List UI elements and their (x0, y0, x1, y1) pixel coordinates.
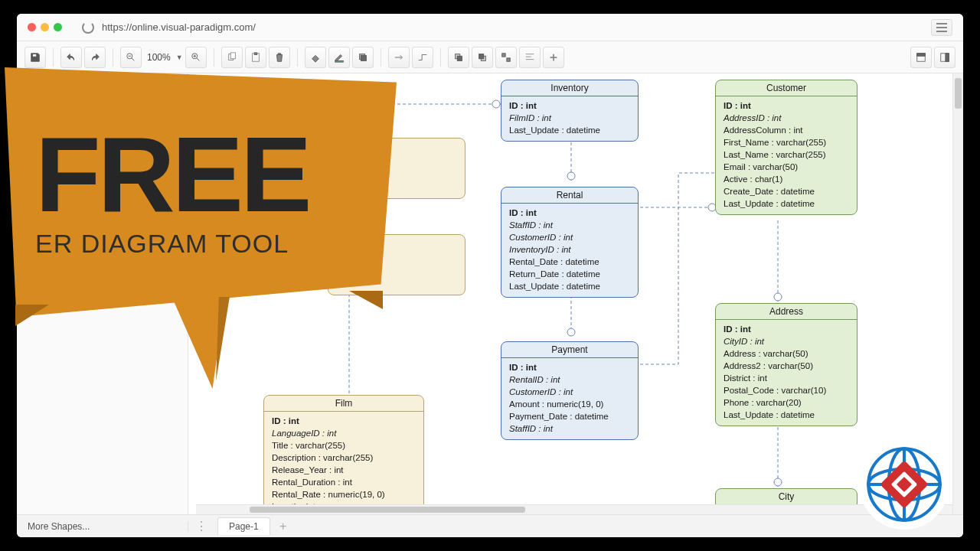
entity-column: Last_Update : datetime (509, 124, 630, 136)
entity-column: StaffID : int (509, 219, 630, 231)
entity-title: Inventory (501, 80, 638, 96)
entity-address[interactable]: AddressID : intCityID : intAddress : var… (715, 303, 858, 426)
window-minimize[interactable] (41, 23, 49, 31)
group-button[interactable] (495, 47, 517, 68)
entity-column: LanguageID : int (272, 427, 416, 439)
entity-column: StaffID : int (509, 422, 630, 435)
line-color-button[interactable] (328, 47, 350, 68)
entity-column: FilmID : int (509, 112, 630, 124)
entity-column: AddressID : int (724, 112, 849, 124)
refresh-icon[interactable] (82, 21, 94, 34)
entity-column: CityID : int (724, 335, 849, 347)
entity-column: Create_Date : datetime (724, 185, 849, 197)
entity-column: ID : int (724, 99, 849, 112)
entity-column: Payment_Date : datetime (509, 410, 630, 422)
entity-column: Rental_Duration : int (272, 476, 416, 488)
vp-logo (858, 438, 951, 531)
svg-rect-7 (335, 60, 343, 62)
svg-rect-6 (254, 52, 257, 54)
zoom-level[interactable]: 100% (144, 52, 174, 63)
entity-film[interactable]: FilmID : intLanguageID : intTitle : varc… (263, 395, 424, 514)
horizontal-scrollbar[interactable] (196, 504, 952, 514)
waypoints-button[interactable] (412, 47, 433, 68)
entity-column: Release_Year : int (272, 464, 416, 476)
svg-rect-17 (917, 53, 926, 56)
entity-column: InventoryID : int (509, 243, 630, 256)
entity-title: City (716, 489, 857, 505)
entity-title: Rental (501, 187, 638, 204)
zoom-out-button[interactable] (120, 47, 142, 68)
hamburger-menu[interactable] (931, 19, 952, 36)
entity-title: Customer (716, 80, 857, 96)
entity-column: Last_Name : varchar(255) (724, 148, 849, 161)
svg-rect-13 (479, 54, 483, 58)
entity-column: Return_Date : datetime (509, 268, 630, 280)
entity-column: Last_Update : datetime (724, 409, 849, 421)
paste-button[interactable] (245, 47, 266, 68)
entity-column: ID : int (272, 415, 416, 427)
add-page-button[interactable]: + (275, 518, 292, 535)
copy-button[interactable] (221, 47, 243, 68)
shadow-button[interactable] (352, 47, 374, 68)
tab-menu-icon[interactable]: ⋮ (193, 518, 210, 535)
entity-column: Address : varchar(50) (724, 347, 849, 360)
align-button[interactable] (519, 47, 541, 68)
entity-column: ID : int (724, 323, 849, 335)
entity-column: Rental_Date : datetime (509, 256, 630, 268)
entity-column: RentalID : int (509, 373, 630, 386)
entity-rental[interactable]: RentalID : intStaffID : intCustomerID : … (501, 187, 639, 298)
entity-title: Film (264, 396, 423, 412)
fill-color-button[interactable] (305, 47, 326, 68)
svg-rect-4 (230, 52, 235, 58)
promo-overlay: FREE ER DIAGRAM TOOL (5, 67, 397, 398)
undo-button[interactable] (60, 47, 82, 68)
entity-column: Address2 : varchar(50) (724, 360, 849, 372)
entity-column: CustomerID : int (509, 231, 630, 243)
entity-column: ID : int (509, 361, 630, 373)
entity-column: CustomerID : int (509, 386, 630, 398)
entity-column: First_Name : varchar(255) (724, 136, 849, 148)
entity-column: District : int (724, 372, 849, 384)
entity-column: Last_Update : datetime (724, 197, 849, 210)
connection-style-button[interactable] (388, 47, 410, 68)
entity-column: Email : varchar(50) (724, 161, 849, 173)
promo-subtitle: ER DIAGRAM TOOL (35, 229, 375, 259)
add-button[interactable] (543, 47, 564, 68)
entity-column: Active : char(1) (724, 173, 849, 185)
entity-inventory[interactable]: InventoryID : intFilmID : intLast_Update… (501, 80, 639, 142)
url-text: https://online.visual-paradigm.com/ (102, 21, 256, 33)
svg-rect-0 (33, 54, 37, 57)
window-zoom[interactable] (54, 23, 62, 31)
entity-column: Phone : varchar(20) (724, 396, 849, 409)
to-back-button[interactable] (472, 47, 493, 68)
entity-column: Title : varchar(255) (272, 439, 416, 452)
entity-payment[interactable]: PaymentID : intRentalID : intCustomerID … (501, 341, 639, 440)
entity-column: ID : int (509, 207, 630, 219)
delete-button[interactable] (269, 47, 290, 68)
zoom-in-button[interactable] (185, 47, 207, 68)
entity-column: Description : varchar(255) (272, 452, 416, 464)
entity-column: Amount : numeric(19, 0) (509, 398, 630, 410)
redo-button[interactable] (84, 47, 106, 68)
entity-column: Rental_Rate : numeric(19, 0) (272, 488, 416, 500)
url-bar[interactable]: https://online.visual-paradigm.com/ (82, 21, 931, 34)
to-front-button[interactable] (448, 47, 469, 68)
outline-panel-button[interactable] (934, 47, 956, 68)
entity-column: Last_Update : datetime (509, 280, 630, 292)
promo-headline: FREE (35, 126, 375, 223)
svg-rect-11 (457, 56, 462, 60)
vertical-scrollbar[interactable] (952, 73, 963, 514)
more-shapes-button[interactable]: More Shapes... (17, 521, 188, 532)
footer: More Shapes... ⋮ Page-1 + (17, 514, 963, 537)
page-tab-1[interactable]: Page-1 (217, 517, 270, 535)
entity-title: Address (716, 304, 857, 320)
entity-customer[interactable]: CustomerID : intAddressID : intAddressCo… (715, 80, 858, 215)
window-close[interactable] (28, 23, 36, 31)
svg-rect-19 (946, 53, 949, 61)
titlebar: https://online.visual-paradigm.com/ (17, 14, 963, 41)
entity-column: Postal_Code : varchar(10) (724, 384, 849, 396)
format-panel-button[interactable] (910, 47, 932, 68)
svg-rect-9 (361, 55, 366, 60)
save-button[interactable] (24, 47, 46, 68)
entity-column: ID : int (509, 99, 630, 112)
